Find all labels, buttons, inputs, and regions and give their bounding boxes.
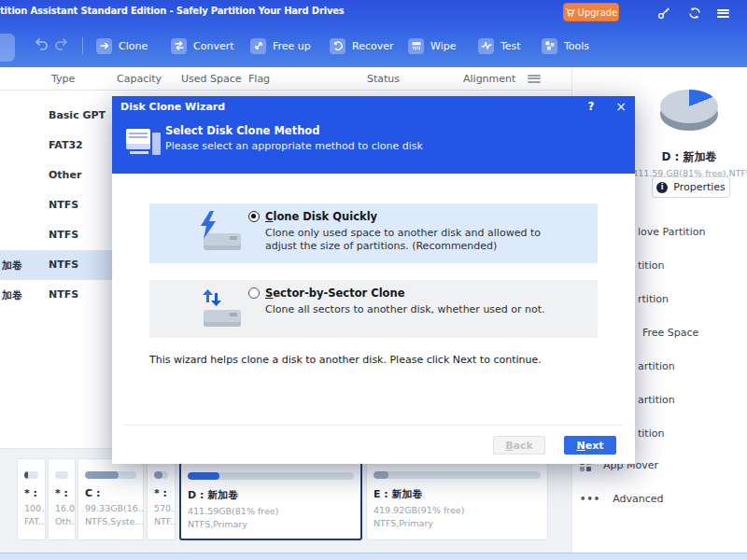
partition-size: 100...: [24, 503, 38, 513]
partition-size: 419.92GB(91% free): [374, 505, 541, 515]
upgrade-button[interactable]: Upgrade: [563, 3, 619, 21]
sidebar-item-partition-1[interactable]: tition: [638, 259, 664, 272]
toolbar-convert-button[interactable]: Convert: [171, 35, 234, 56]
toolbar-freeup-button[interactable]: Free up: [250, 35, 311, 56]
partition-fs: NTF...: [154, 516, 168, 526]
next-button[interactable]: Next: [564, 436, 616, 455]
menu-icon[interactable]: [715, 6, 730, 21]
register-key-icon[interactable]: [656, 6, 671, 21]
partition-card[interactable]: C : 99.33GB(16... NTFS,Syste...: [78, 458, 144, 540]
row-type: Basic GPT: [49, 109, 106, 121]
advanced-dots-icon: •••: [580, 494, 600, 504]
partition-fs: NTFS,Primary: [374, 518, 541, 528]
window-title: tition Assistant Standard Edition - Safe…: [0, 6, 345, 16]
toolbar-wipe-button[interactable]: Wipe: [408, 35, 456, 56]
toolbar-clone-button[interactable]: Clone: [96, 35, 148, 56]
row-name: 加卷: [2, 288, 22, 302]
radio-clone-disk-quickly[interactable]: [248, 211, 260, 222]
close-icon[interactable]: ×: [613, 99, 628, 114]
usage-bar: [24, 471, 38, 479]
selected-drive-label: D : 新加卷: [624, 149, 747, 165]
partition-card-selected[interactable]: D : 新加卷 411.59GB(81% free) NTFS,Primary: [179, 458, 362, 540]
partition-size: 99.33GB(16...: [85, 503, 136, 513]
partition-fs: NTFS,Syste...: [85, 516, 136, 526]
free-up-icon: [250, 38, 266, 54]
undo-icon[interactable]: [34, 37, 49, 56]
partition-size: 570...: [154, 503, 168, 513]
back-button[interactable]: Back: [493, 436, 545, 455]
partition-card[interactable]: * : 570... NTF...: [147, 458, 176, 540]
app-chrome: tition Assistant Standard Edition - Safe…: [0, 0, 747, 67]
toolbar-tools-button[interactable]: Tools: [542, 35, 589, 56]
disk-usage-pie-chart: [659, 90, 719, 134]
option-label[interactable]: Clone Disk Quickly: [265, 210, 377, 223]
dialog-title: Disk Clone Wizard: [120, 101, 225, 113]
quick-clone-disk-icon: [198, 215, 243, 252]
sidebar-item-allocate-free-space[interactable]: Free Space: [642, 327, 698, 339]
test-icon: [478, 38, 494, 54]
col-status[interactable]: Status: [367, 73, 400, 85]
properties-button[interactable]: i Properties: [652, 176, 730, 198]
sidebar-item-partition-3[interactable]: artition: [638, 360, 675, 372]
option-clone-disk-quickly[interactable]: Clone Disk Quickly Clone only used space…: [149, 203, 598, 263]
sidebar-item-advanced[interactable]: ••• Advanced: [580, 493, 664, 505]
partition-size: 411.59GB(81% free): [188, 506, 354, 516]
row-type: FAT32: [49, 139, 83, 151]
next-label: Next: [576, 440, 603, 452]
col-flag[interactable]: Flag: [248, 73, 270, 85]
redo-icon[interactable]: [54, 37, 69, 56]
col-used-space[interactable]: Used Space: [181, 73, 242, 85]
window-bottom-edge: [0, 553, 747, 560]
column-settings-icon[interactable]: [528, 73, 541, 84]
toolbar-label: Test: [500, 40, 521, 52]
option-description: Clone all sectors to another disk, wheth…: [265, 303, 545, 316]
dialog-subheading: Please select an appropriate method to c…: [165, 140, 423, 152]
radio-sector-by-sector[interactable]: [248, 287, 260, 299]
sidebar-item-partition-5[interactable]: tition: [638, 427, 664, 440]
sidebar-item-label: Advanced: [613, 493, 663, 505]
sidebar-item-partition-4[interactable]: artition: [638, 394, 675, 406]
partition-name: * :: [24, 487, 38, 499]
dialog-header: Disk Clone Wizard ? × Select Disk Clone …: [112, 96, 635, 174]
col-alignment[interactable]: Alignment: [463, 73, 515, 85]
partition-fs: NTFS,Primary: [188, 519, 354, 529]
sync-icon[interactable]: [687, 6, 702, 21]
partition-fs: Oth...: [55, 516, 68, 526]
option-sector-by-sector-clone[interactable]: Sector-by-Sector Clone Clone all sectors…: [149, 280, 598, 338]
partition-card[interactable]: E : 新加卷 419.92GB(91% free) NTFS,Primary: [366, 458, 548, 540]
partition-name: C :: [85, 487, 136, 499]
back-label: Back: [505, 440, 533, 452]
wipe-icon: [408, 38, 424, 54]
convert-icon: [171, 38, 187, 54]
toolbar-label: Wipe: [430, 40, 456, 52]
toolbar-test-button[interactable]: Test: [478, 35, 521, 56]
upgrade-label: Upgrade: [578, 7, 618, 18]
sector-clone-disk-icon: [198, 291, 243, 329]
toolbar-label: Free up: [273, 40, 311, 52]
recover-icon: [330, 38, 345, 54]
toolbar-label: Convert: [193, 40, 234, 52]
partition-name: E : 新加卷: [374, 487, 541, 501]
partition-name: * :: [55, 487, 68, 499]
partition-fs: FAT...: [24, 516, 38, 526]
wizard-hint: This wizard helps clone a disk to anothe…: [149, 354, 542, 366]
partition-card[interactable]: * : 16.0... Oth...: [48, 458, 76, 540]
disk-clone-wizard-dialog: Disk Clone Wizard ? × Select Disk Clone …: [112, 96, 635, 464]
toolbar-recover-button[interactable]: Recover: [330, 35, 394, 56]
option-label[interactable]: Sector-by-Sector Clone: [265, 287, 405, 300]
row-name: 加卷: [2, 259, 22, 273]
row-type: NTFS: [49, 229, 78, 241]
toolbar-clipped-button[interactable]: [0, 34, 15, 62]
partition-size: 16.0...: [55, 503, 68, 513]
info-icon: i: [656, 182, 668, 193]
col-capacity[interactable]: Capacity: [117, 73, 162, 85]
option-description: Clone only used space to another disk an…: [265, 227, 573, 253]
row-type: NTFS: [49, 199, 78, 211]
toolbar-label: Clone: [119, 40, 148, 52]
dialog-separator: [125, 425, 622, 426]
col-type[interactable]: Type: [51, 73, 75, 85]
partition-card[interactable]: * : 100... FAT...: [17, 458, 46, 540]
sidebar-item-partition-2[interactable]: rtition: [638, 293, 669, 305]
sidebar-item-resize-move-partition[interactable]: love Partition: [638, 226, 705, 238]
help-icon[interactable]: ?: [584, 100, 599, 113]
